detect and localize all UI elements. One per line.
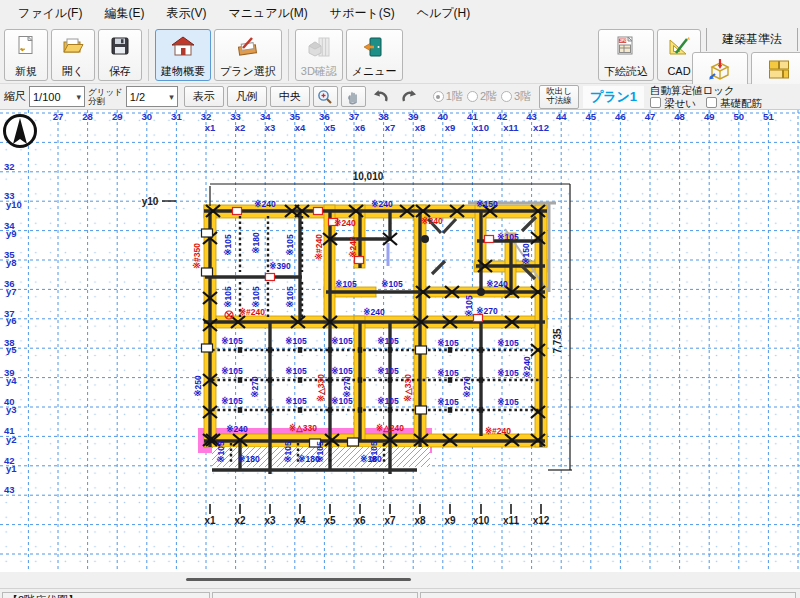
menu-item-4[interactable]: サポート(S) <box>320 2 405 25</box>
svg-text:※240: ※240 <box>226 424 248 434</box>
scrollbar-thumb[interactable] <box>186 578 411 581</box>
svg-text:※105: ※105 <box>251 286 261 308</box>
svg-text:※105: ※105 <box>285 234 295 256</box>
svg-text:※105: ※105 <box>497 368 519 378</box>
redo-button[interactable] <box>397 86 422 107</box>
lock-checkbox-0[interactable]: 梁せい <box>650 97 696 109</box>
undo-button[interactable] <box>369 86 394 107</box>
drawing-canvas[interactable]: 2728293031323334353637383940414243444546… <box>0 110 800 572</box>
svg-text:29: 29 <box>112 111 123 122</box>
svg-text:y7: y7 <box>6 286 17 297</box>
save-icon <box>107 34 133 60</box>
underlay-load-icon: JPG <box>613 34 639 60</box>
plan-badge: プラン1 <box>583 86 644 108</box>
scale-select[interactable]: 1/100▾ <box>29 86 85 107</box>
floor-radio-3[interactable]: 3階 <box>501 89 531 104</box>
menu-item-3[interactable]: マニュアル(M) <box>218 2 317 25</box>
open-label: 開く <box>62 66 84 77</box>
svg-text:49: 49 <box>704 111 715 122</box>
new-button[interactable]: 新規 <box>4 29 48 81</box>
svg-text:7,735: 7,735 <box>552 328 563 353</box>
view-button-1[interactable]: 凡例 <box>227 86 267 107</box>
underlay-load-button[interactable]: JPG下絵読込 <box>598 29 654 81</box>
floor-radio-2[interactable]: 2階 <box>467 89 497 104</box>
svg-text:※105: ※105 <box>285 336 307 346</box>
svg-text:32: 32 <box>201 111 212 122</box>
open-button[interactable]: 開く <box>51 29 95 81</box>
svg-text:※105: ※105 <box>223 286 233 308</box>
plan-select-button[interactable]: プラン選択 <box>214 29 282 81</box>
svg-text:※105: ※105 <box>381 279 403 289</box>
svg-text:※150: ※150 <box>476 199 498 209</box>
checkbox-icon <box>706 97 717 108</box>
horizontal-scrollbar[interactable] <box>0 572 800 588</box>
building-overview-icon <box>170 34 196 60</box>
grid-division-select[interactable]: 1/2▾ <box>126 86 178 107</box>
svg-text:x3: x3 <box>264 515 276 526</box>
radio-circle <box>467 91 478 102</box>
svg-text:※105: ※105 <box>223 234 233 256</box>
menu-item-1[interactable]: 編集(E) <box>94 2 154 25</box>
building-overview-button[interactable]: 建物概要 <box>155 29 211 81</box>
svg-text:38: 38 <box>378 111 389 122</box>
radio-circle <box>433 91 444 102</box>
svg-text:x1: x1 <box>205 122 216 133</box>
svg-text:※105: ※105 <box>377 396 399 406</box>
svg-text:※105: ※105 <box>221 396 243 406</box>
svg-text:※240: ※240 <box>421 216 443 226</box>
svg-text:※105: ※105 <box>377 366 399 376</box>
menu-item-2[interactable]: 表示(V) <box>156 2 216 25</box>
lock-checkbox-1[interactable]: 基礎配筋 <box>706 97 762 109</box>
confirm-3d-button[interactable]: 3D確認 <box>295 29 343 81</box>
menu-item-0[interactable]: ファイル(F) <box>8 2 92 25</box>
pan-button[interactable] <box>341 86 366 107</box>
floor-radio-label: 1階 <box>446 89 463 104</box>
callout-dimension-button[interactable]: 吹出し寸法線 <box>539 85 579 109</box>
svg-text:※240: ※240 <box>371 199 393 209</box>
svg-text:※180: ※180 <box>238 454 260 464</box>
svg-text:※240: ※240 <box>522 356 532 378</box>
svg-text:※105: ※105 <box>221 366 243 376</box>
save-button[interactable]: 保存 <box>98 29 142 81</box>
svg-text:※△330: ※△330 <box>289 423 317 433</box>
view-button-0[interactable]: 表示 <box>184 86 224 107</box>
svg-text:39: 39 <box>408 111 419 122</box>
plan-select-label: プラン選択 <box>220 66 276 77</box>
svg-text:x8: x8 <box>414 515 426 526</box>
svg-text:y4: y4 <box>6 375 17 386</box>
floor-framing-plan[interactable]: 2728293031323334353637383940414243444546… <box>0 110 800 572</box>
svg-text:x10: x10 <box>473 515 490 526</box>
svg-text:※270: ※270 <box>476 306 498 316</box>
menu-button[interactable]: メニュー <box>346 29 403 81</box>
svg-text:x5: x5 <box>325 122 336 133</box>
north-compass-icon <box>5 116 36 147</box>
svg-text:※105: ※105 <box>497 232 519 242</box>
svg-text:x11: x11 <box>503 122 519 133</box>
chevron-down-icon: ▾ <box>169 92 174 102</box>
zoom-button[interactable] <box>313 86 338 107</box>
svg-text:※105: ※105 <box>315 441 325 463</box>
svg-text:y1: y1 <box>6 463 17 474</box>
open-icon <box>60 34 86 60</box>
svg-text:JPG: JPG <box>619 39 627 43</box>
floor-radio-1[interactable]: 1階 <box>433 89 463 104</box>
svg-text:※105: ※105 <box>437 397 459 407</box>
view-toolbar: 縮尺 1/100▾ グリッド分割 1/2▾ 表示凡例中央 <box>0 84 800 110</box>
svg-text:y3: y3 <box>6 404 17 415</box>
radio-circle <box>501 91 512 102</box>
application-window: ファイル(F)編集(E)表示(V)マニュアル(M)サポート(S)ヘルプ(H) 新… <box>0 0 800 598</box>
building-overview-label: 建物概要 <box>161 66 205 77</box>
tab-building-standards[interactable]: 建築基準法 <box>706 28 798 51</box>
toolbar-separator <box>288 29 289 81</box>
svg-text:27: 27 <box>53 111 64 122</box>
toolbar-separator <box>148 29 149 81</box>
svg-text:※△330: ※△330 <box>316 374 326 402</box>
view-button-2[interactable]: 中央 <box>270 86 310 107</box>
checkbox-label: 基礎配筋 <box>720 97 762 109</box>
svg-text:43: 43 <box>526 111 537 122</box>
auto-lock-group: 自動算定値ロック 梁せい基礎配筋 <box>650 84 762 108</box>
menu-item-5[interactable]: ヘルプ(H) <box>407 2 481 25</box>
svg-text:x5: x5 <box>324 515 336 526</box>
status-panel-2 <box>212 592 418 598</box>
hand-icon <box>345 89 361 105</box>
